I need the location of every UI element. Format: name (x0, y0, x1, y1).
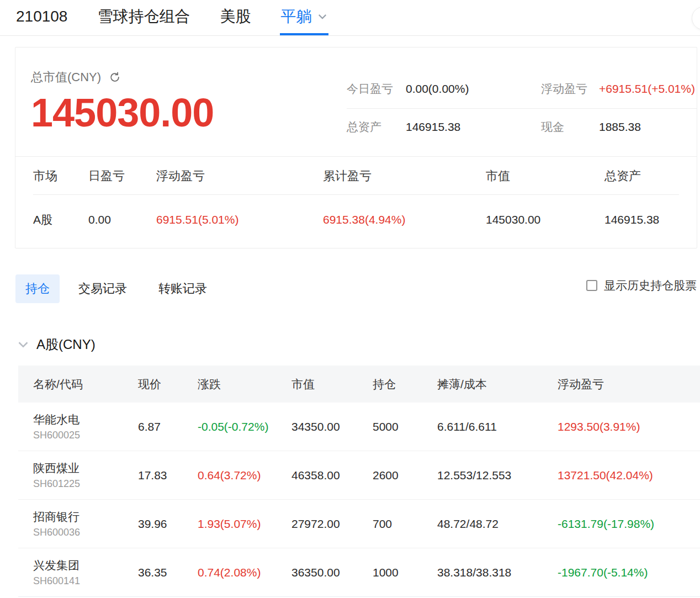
top-nav: 210108雪球持仓组合美股平躺 (0, 0, 700, 36)
holding-row-SH600025[interactable]: 华能水电SH6000256.87-0.05(-0.72%)34350.00500… (18, 403, 700, 451)
history-checkbox[interactable] (586, 280, 597, 291)
stock-name-code: 陕西煤业SH601225 (33, 462, 138, 489)
total-market-value: 145030.00 (31, 93, 214, 133)
show-history-holdings-option[interactable]: 显示历史持仓股票 (586, 278, 697, 293)
section-title: A股(CNY) (36, 336, 96, 353)
current-price: 39.96 (138, 517, 198, 531)
stock-name-code: 招商银行SH600036 (33, 510, 138, 538)
floating-pnl: 13721.50(42.04%) (558, 469, 700, 482)
col-daily-pnl: 日盈亏 (88, 169, 156, 183)
price-change: 0.64(3.72%) (198, 469, 291, 482)
total-assets-label: 总资产 (347, 120, 406, 134)
a-share-section-header: A股(CNY) (17, 336, 700, 353)
diluted-cost: 48.72/48.72 (437, 517, 558, 531)
stock-name-code: 兴发集团SH600141 (33, 559, 138, 586)
market-value: 27972.00 (291, 517, 373, 531)
position-size: 5000 (373, 420, 437, 433)
market-value: 34350.00 (291, 420, 373, 433)
stock-name: 陕西煤业 (33, 462, 138, 475)
summary-stats: 今日盈亏 0.00(0.00%) 浮动盈亏 +6915.51(+5.01%) 总… (347, 82, 697, 134)
total-assets-value: 146915.38 (406, 120, 541, 134)
col-position: 持仓 (373, 377, 437, 392)
nav-item-3[interactable]: 美股 (219, 0, 251, 35)
col-market-value: 市值 (486, 169, 604, 183)
total-assets: 146915.38 (604, 213, 679, 227)
diluted-cost: 6.611/6.611 (437, 420, 558, 433)
position-size: 2600 (373, 469, 437, 482)
col-name-code: 名称/代码 (33, 377, 138, 392)
col-diluted-cost: 摊薄/成本 (437, 377, 558, 392)
stock-code: SH600036 (33, 527, 138, 538)
market-value: 145030.00 (486, 213, 604, 227)
current-price: 17.83 (138, 469, 198, 482)
holding-row-SH601225[interactable]: 陕西煤业SH60122517.830.64(3.72%)46358.002600… (18, 451, 700, 500)
position-size: 1000 (373, 566, 437, 579)
current-price: 6.87 (138, 420, 198, 433)
stock-code: SH600025 (33, 430, 138, 441)
cash-value: 1885.38 (599, 120, 697, 134)
diluted-cost: 38.318/38.318 (437, 566, 558, 579)
nav-item-label: 美股 (220, 6, 251, 27)
portfolio-summary-card: 总市值(CNY) 145030.00 今日盈亏 0.00(0.00%) 浮动盈亏… (15, 47, 697, 248)
nav-item-4[interactable]: 平躺 (280, 0, 328, 35)
col-market: 市场 (33, 169, 88, 183)
chevron-down-icon (317, 11, 328, 22)
chevron-down-icon[interactable] (17, 338, 30, 351)
tab-holdings[interactable]: 持仓 (15, 274, 60, 303)
col-current-price: 现价 (138, 377, 198, 392)
price-change: 1.93(5.07%) (198, 517, 291, 531)
stock-name-code: 华能水电SH600025 (33, 413, 138, 441)
col-floating-pnl: 浮动盈亏 (156, 169, 323, 183)
nav-item-label: 210108 (16, 8, 67, 25)
holding-row-SH600141[interactable]: 兴发集团SH60014136.350.74(2.08%)36350.001000… (18, 548, 700, 597)
market-value: 46358.00 (291, 469, 373, 482)
today-pnl-label: 今日盈亏 (347, 82, 406, 96)
market-name: A股 (33, 213, 88, 227)
stock-code: SH600141 (33, 575, 138, 586)
tab-trade-records[interactable]: 交易记录 (78, 281, 127, 297)
current-price: 36.35 (138, 566, 198, 579)
market-value: 36350.00 (291, 566, 373, 579)
holding-row-SH600036[interactable]: 招商银行SH60003639.961.93(5.07%)27972.007004… (18, 500, 700, 548)
nav-item-label: 平躺 (280, 6, 311, 27)
market-summary-table: 市场 日盈亏 浮动盈亏 累计盈亏 市值 总资产 A股 0.00 6915.51(… (15, 156, 697, 227)
nav-item-label: 雪球持仓组合 (97, 6, 190, 27)
stock-name: 招商银行 (33, 510, 138, 523)
floating-pnl-value: +6915.51(+5.01%) (599, 82, 697, 96)
nav-item-1[interactable]: 210108 (15, 0, 68, 35)
holdings-table: 名称/代码 现价 涨跌 市值 持仓 摊薄/成本 浮动盈亏 华能水电SH60002… (18, 366, 700, 597)
nav-item-2[interactable]: 雪球持仓组合 (97, 0, 190, 35)
col-cumulative-pnl: 累计盈亏 (323, 169, 486, 183)
price-change: -0.05(-0.72%) (198, 420, 291, 433)
floating-pnl: -6131.79(-17.98%) (558, 517, 700, 531)
market-value-label: 总市值(CNY) (31, 70, 101, 85)
stock-code: SH601225 (33, 478, 138, 489)
daily-pnl: 0.00 (88, 213, 156, 227)
market-summary-row: A股 0.00 6915.51(5.01%) 6915.38(4.94%) 14… (33, 195, 679, 227)
stock-name: 华能水电 (33, 413, 138, 426)
market-summary-header: 市场 日盈亏 浮动盈亏 累计盈亏 市值 总资产 (33, 157, 679, 195)
floating-pnl: -1967.70(-5.14%) (558, 566, 700, 579)
today-pnl-value: 0.00(0.00%) (406, 82, 541, 96)
diluted-cost: 12.553/12.553 (437, 469, 558, 482)
cumulative-pnl: 6915.38(4.94%) (323, 213, 486, 227)
stock-name: 兴发集团 (33, 559, 138, 572)
price-change: 0.74(2.08%) (198, 566, 291, 579)
col-total-assets: 总资产 (604, 169, 679, 183)
col-floating-pnl: 浮动盈亏 (558, 377, 700, 392)
col-change: 涨跌 (198, 377, 291, 392)
tab-transfer-records[interactable]: 转账记录 (158, 281, 207, 297)
floating-pnl-label: 浮动盈亏 (541, 82, 599, 96)
floating-pnl: 6915.51(5.01%) (156, 213, 323, 227)
floating-pnl: 1293.50(3.91%) (558, 420, 700, 433)
market-value-block: 总市值(CNY) 145030.00 (31, 70, 214, 133)
cash-label: 现金 (541, 120, 599, 134)
col-market-value: 市值 (291, 377, 373, 392)
history-checkbox-label: 显示历史持仓股票 (604, 278, 697, 293)
refresh-icon[interactable] (109, 71, 121, 83)
position-size: 700 (373, 517, 437, 531)
holdings-table-header: 名称/代码 现价 涨跌 市值 持仓 摊薄/成本 浮动盈亏 (18, 366, 700, 403)
